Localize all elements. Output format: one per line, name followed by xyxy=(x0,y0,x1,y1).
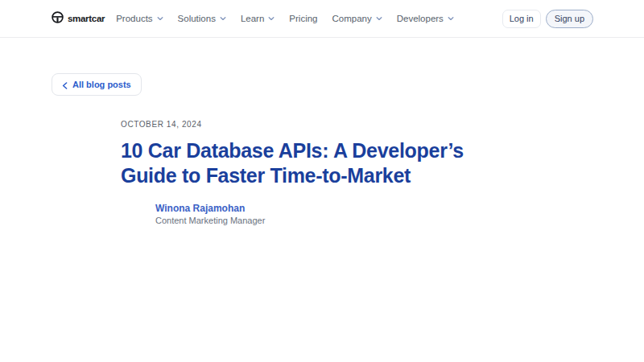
nav-item-company[interactable]: Company xyxy=(332,14,382,23)
nav-item-learn[interactable]: Learn xyxy=(241,14,275,23)
nav-item-label: Solutions xyxy=(178,14,216,23)
chevron-down-icon xyxy=(448,15,454,22)
chevron-left-icon xyxy=(62,81,68,88)
post-title: 10 Car Database APIs: A Developer’s Guid… xyxy=(121,138,485,188)
nav-item-pricing[interactable]: Pricing xyxy=(289,14,317,23)
all-blog-posts-button[interactable]: All blog posts xyxy=(52,73,142,96)
article-header: OCTOBER 14, 2024 10 Car Database APIs: A… xyxy=(121,120,644,225)
nav-item-products[interactable]: Products xyxy=(116,14,163,23)
nav-item-developers[interactable]: Developers xyxy=(397,14,454,23)
chevron-down-icon xyxy=(157,15,163,22)
logo-wordmark: smartcar xyxy=(68,14,105,23)
nav-item-solutions[interactable]: Solutions xyxy=(178,14,226,23)
chevron-down-icon xyxy=(220,15,226,22)
nav-item-label: Products xyxy=(116,14,152,23)
back-link-label: All blog posts xyxy=(72,80,131,89)
blog-post-header: All blog posts OCTOBER 14, 2024 10 Car D… xyxy=(0,38,644,225)
signup-button[interactable]: Sign up xyxy=(546,10,593,28)
top-navigation: smartcar Products Solutions Learn Pricin… xyxy=(0,0,644,38)
nav-menu: Products Solutions Learn Pricing Company xyxy=(116,14,454,23)
nav-actions: Log in Sign up xyxy=(502,10,593,28)
post-date: OCTOBER 14, 2024 xyxy=(121,120,644,129)
steering-wheel-icon xyxy=(52,11,64,27)
login-button[interactable]: Log in xyxy=(502,10,541,28)
chevron-down-icon xyxy=(268,15,275,22)
nav-item-label: Developers xyxy=(397,14,444,23)
author-role: Content Marketing Manager xyxy=(155,216,644,225)
nav-item-label: Learn xyxy=(241,14,264,23)
nav-item-label: Pricing xyxy=(289,14,317,23)
author-block: Winona Rajamohan Content Marketing Manag… xyxy=(155,203,644,225)
nav-item-label: Company xyxy=(332,14,371,23)
smartcar-logo[interactable]: smartcar xyxy=(52,11,105,27)
author-name-link[interactable]: Winona Rajamohan xyxy=(155,203,644,214)
chevron-down-icon xyxy=(376,15,382,22)
